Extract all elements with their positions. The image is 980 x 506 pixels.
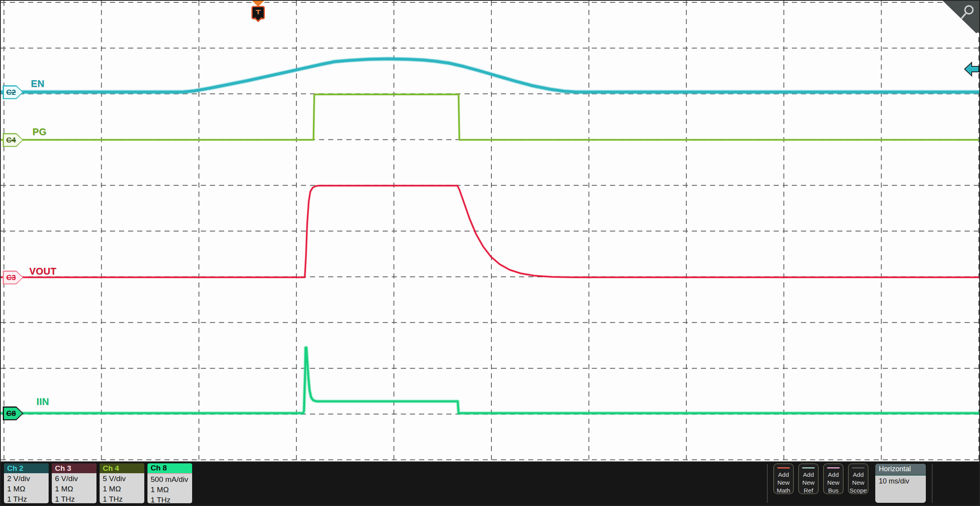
- add-new-math-button[interactable]: Add New Math: [773, 463, 794, 494]
- channel-badge-ch8-title: Ch 8: [147, 463, 192, 474]
- channel-badge-ch2-title: Ch 2: [4, 463, 49, 473]
- add-new-bus-button[interactable]: Add New Bus: [823, 463, 844, 494]
- horizontal-panel[interactable]: Horizontal 10 ms/div: [875, 463, 926, 503]
- channel-badge-ch2[interactable]: Ch 2 2 V/div 1 MΩ 1 THz: [4, 463, 49, 503]
- channel-badge-ch3-impedance: 1 MΩ: [52, 483, 96, 494]
- channel-tag-c3[interactable]: C3: [3, 271, 23, 284]
- waveform-en-fuzz: [1, 59, 979, 92]
- channel-badge-ch2-impedance: 1 MΩ: [4, 483, 49, 494]
- channel-tag-c4[interactable]: C4: [3, 133, 23, 147]
- wave-label-en: EN: [31, 78, 44, 89]
- channel-tag-c8[interactable]: C8: [3, 406, 23, 420]
- channel-badge-ch4-title: Ch 4: [100, 463, 144, 473]
- channel-badge-ch4-bandwidth: 1 THz: [100, 494, 144, 503]
- waveform-pg: [1, 94, 979, 140]
- channel-badge-ch8-impedance: 1 MΩ: [147, 484, 192, 495]
- add-new-ref-button[interactable]: Add New Ref: [798, 463, 819, 494]
- trigger-badge: T: [251, 6, 265, 19]
- add-new-scope-button[interactable]: Add New Scope: [848, 463, 869, 494]
- horizontal-panel-title: Horizontal: [875, 464, 926, 476]
- settings-bar: Ch 2 2 V/div 1 MΩ 1 THz Ch 3 6 V/div 1 M…: [1, 461, 979, 505]
- waveform-display[interactable]: C2 C4 C3 C8 EN PG VOUT IIN T: [1, 1, 979, 461]
- waveform-iin: [1, 348, 979, 413]
- oscilloscope-screen: C2 C4 C3 C8 EN PG VOUT IIN T: [0, 0, 980, 506]
- channel-badge-ch8[interactable]: Ch 8 500 mA/div 1 MΩ 1 THz: [147, 463, 192, 503]
- waveform-pg-fuzz: [1, 94, 979, 140]
- channel-badge-ch3-bandwidth: 1 THz: [52, 494, 96, 503]
- channel-tag-c4-label: C4: [4, 134, 23, 146]
- channel-badge-ch4[interactable]: Ch 4 5 V/div 1 MΩ 1 THz: [100, 463, 144, 503]
- channel-badge-ch8-scale: 500 mA/div: [147, 474, 192, 484]
- channel-badge-ch3-title: Ch 3: [52, 463, 96, 473]
- waveform-canvas: [1, 1, 979, 461]
- channel-badge-ch8-bandwidth: 1 THz: [147, 495, 192, 503]
- waveform-iin-fuzz: [1, 348, 979, 413]
- trigger-level-arrow-icon: [965, 62, 979, 76]
- channel-badge-ch2-scale: 2 V/div: [4, 473, 49, 483]
- bar-separator-right: [932, 464, 933, 503]
- channel-badge-ch3-scale: 6 V/div: [52, 473, 96, 483]
- channel-badge-ch2-bandwidth: 1 THz: [4, 494, 49, 503]
- wave-label-iin: IIN: [36, 396, 49, 407]
- channel-tag-c2-label: C2: [4, 87, 23, 98]
- trigger-level-arrow[interactable]: [963, 60, 979, 78]
- wave-label-vout: VOUT: [29, 266, 57, 277]
- channel-badge-ch4-impedance: 1 MΩ: [100, 483, 144, 494]
- bar-separator-left: [767, 464, 768, 503]
- channel-badge-ch3[interactable]: Ch 3 6 V/div 1 MΩ 1 THz: [52, 463, 96, 503]
- wave-label-pg: PG: [32, 126, 47, 137]
- horizontal-scale-value: 10 ms/div: [875, 476, 926, 485]
- channel-tag-c8-label: C8: [4, 408, 23, 419]
- channel-tag-c2[interactable]: C2: [3, 85, 23, 99]
- channel-tag-c3-label: C3: [4, 272, 23, 284]
- trigger-position-marker[interactable]: T: [251, 1, 265, 19]
- channel-badge-ch4-scale: 5 V/div: [100, 473, 144, 483]
